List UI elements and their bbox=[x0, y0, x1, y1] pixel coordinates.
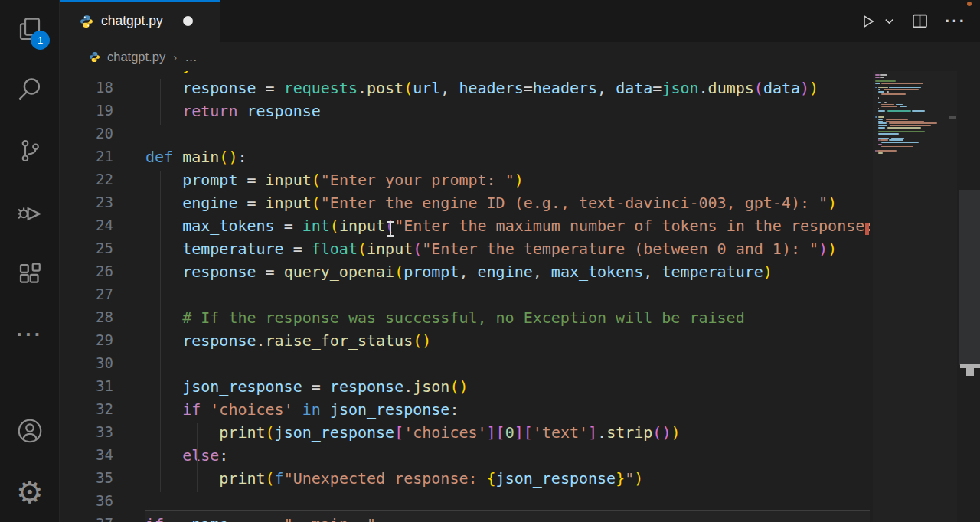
minimap-line bbox=[900, 106, 908, 107]
explorer-icon[interactable] bbox=[0, 2, 60, 56]
minimap-line bbox=[875, 74, 880, 76]
run-debug-icon[interactable] bbox=[0, 185, 60, 239]
minimap-line bbox=[889, 87, 921, 89]
minimap-line bbox=[880, 77, 884, 78]
scrollbar-t-marker bbox=[966, 368, 974, 376]
more-views-icon[interactable]: ··· bbox=[0, 308, 60, 361]
line-number: 23 bbox=[60, 194, 113, 210]
minimap-line bbox=[889, 122, 937, 124]
breadcrumb-separator: › bbox=[173, 51, 177, 64]
minimap-line bbox=[881, 142, 918, 143]
code-text: engine = input("Enter the engine ID (e.g… bbox=[145, 194, 837, 212]
minimap-line bbox=[878, 144, 882, 145]
source-control-icon[interactable] bbox=[0, 124, 60, 178]
tab-modified-dot[interactable] bbox=[183, 16, 193, 26]
activity-bar: 1 ··· ⚙ bbox=[0, 0, 60, 522]
line-number: 31 bbox=[60, 377, 113, 394]
search-icon[interactable] bbox=[0, 63, 60, 116]
minimap-line bbox=[878, 119, 883, 120]
line-number: 22 bbox=[60, 171, 113, 188]
more-actions-button[interactable]: ··· bbox=[945, 11, 966, 31]
minimap-line bbox=[878, 110, 884, 112]
minimap-line bbox=[880, 74, 887, 76]
minimap-line bbox=[878, 89, 880, 90]
run-dropdown-chevron-icon[interactable] bbox=[884, 15, 895, 27]
code-line[interactable]: 24 max_tokens = int(input("Enter the max… bbox=[60, 217, 870, 240]
line-number: 27 bbox=[60, 285, 113, 302]
code-text: max_tokens = int(input("Enter the maximu… bbox=[145, 217, 870, 235]
minimap-line bbox=[881, 146, 913, 148]
scrollbar-thumb[interactable] bbox=[959, 190, 980, 365]
code-line[interactable]: 19 return response bbox=[60, 102, 870, 125]
code-text: def main(): bbox=[145, 148, 247, 166]
line-number: 30 bbox=[60, 354, 113, 371]
code-editor[interactable]: 17 }18 response = requests.post(url, hea… bbox=[60, 71, 957, 522]
code-line[interactable]: 35 print(f"Unexpected response: {json_re… bbox=[60, 469, 870, 492]
code-line[interactable]: 17 } bbox=[60, 71, 870, 79]
code-text: response = requests.post(url, headers=he… bbox=[145, 79, 818, 97]
code-line[interactable]: 29 response.raise_for_status() bbox=[60, 331, 870, 354]
minimap-line bbox=[887, 127, 921, 129]
settings-gear-icon[interactable]: ⚙ bbox=[0, 465, 60, 519]
code-line[interactable]: 34 else: bbox=[60, 446, 870, 469]
minimap-line bbox=[875, 150, 877, 152]
code-line[interactable]: 37if __name__ == "__main__": bbox=[60, 515, 870, 522]
breadcrumb: chatgpt.py › … bbox=[60, 42, 980, 71]
code-line[interactable]: 33 print(json_response['choices'][0]['te… bbox=[60, 423, 870, 446]
tab-chatgpt-py[interactable]: chatgpt.py bbox=[60, 0, 220, 42]
minimap-line bbox=[881, 106, 897, 107]
minimap-line bbox=[889, 139, 903, 141]
code-line[interactable]: 31 json_response = response.json() bbox=[60, 377, 870, 400]
code-line[interactable]: 23 engine = input("Enter the engine ID (… bbox=[60, 194, 870, 217]
minimap-line bbox=[878, 91, 884, 93]
code-line[interactable]: 32 if 'choices' in json_response: bbox=[60, 400, 870, 423]
minimap-line bbox=[875, 116, 877, 118]
minimap-line bbox=[878, 138, 889, 139]
code-line[interactable]: 25 temperature = float(input("Enter the … bbox=[60, 240, 870, 263]
code-line[interactable]: 28 # If the response was successful, no … bbox=[60, 308, 870, 331]
minimap-line bbox=[878, 108, 879, 109]
minimap-line bbox=[887, 91, 889, 93]
minimap-line bbox=[884, 102, 887, 103]
extensions-icon[interactable] bbox=[0, 247, 60, 301]
breadcrumb-file[interactable]: chatgpt.py bbox=[107, 50, 165, 64]
code-rows[interactable]: 17 }18 response = requests.post(url, hea… bbox=[60, 71, 870, 522]
line-number: 29 bbox=[60, 331, 113, 348]
code-text: return response bbox=[145, 102, 321, 120]
code-line[interactable]: 21def main(): bbox=[60, 148, 870, 171]
code-line[interactable]: 22 prompt = input("Enter your prompt: ") bbox=[60, 171, 870, 194]
run-button[interactable] bbox=[861, 13, 876, 30]
minimap-line bbox=[878, 133, 899, 135]
minimap-line bbox=[878, 127, 884, 129]
account-icon[interactable] bbox=[0, 404, 60, 458]
code-line[interactable]: 20 bbox=[60, 125, 870, 148]
code-line[interactable]: 18 response = requests.post(url, headers… bbox=[60, 79, 870, 102]
split-editor-button[interactable] bbox=[912, 13, 928, 29]
minimap-line bbox=[878, 116, 884, 118]
line-number: 36 bbox=[60, 492, 113, 509]
code-line[interactable]: 36 bbox=[60, 492, 870, 515]
code-text: json_response = response.json() bbox=[145, 377, 468, 396]
minimap[interactable] bbox=[873, 71, 957, 522]
code-text: if __name__ == "__main__": bbox=[145, 515, 385, 522]
minimap-line bbox=[881, 83, 923, 84]
minimap-line bbox=[875, 80, 896, 82]
code-line[interactable]: 30 bbox=[60, 354, 870, 377]
code-line[interactable]: 26 response = query_openai(prompt, engin… bbox=[60, 263, 870, 285]
indent-guide bbox=[160, 79, 161, 125]
line-number: 19 bbox=[60, 102, 113, 119]
line-number: 24 bbox=[60, 217, 113, 233]
code-text: print(json_response['choices'][0]['text'… bbox=[145, 423, 681, 442]
recording-dot bbox=[967, 2, 972, 6]
minimap-line bbox=[875, 83, 880, 84]
vertical-scrollbar[interactable] bbox=[957, 71, 980, 522]
minimap-line bbox=[881, 96, 912, 97]
code-line[interactable]: 27 bbox=[60, 285, 870, 308]
minimap-line bbox=[878, 139, 880, 141]
breadcrumb-symbol[interactable]: … bbox=[185, 50, 198, 64]
indent-guide bbox=[160, 171, 161, 492]
line-number: 25 bbox=[60, 240, 113, 256]
indent-guide bbox=[197, 423, 198, 492]
code-text: # If the response was successful, no Exc… bbox=[145, 308, 745, 327]
minimap-line bbox=[912, 110, 925, 112]
